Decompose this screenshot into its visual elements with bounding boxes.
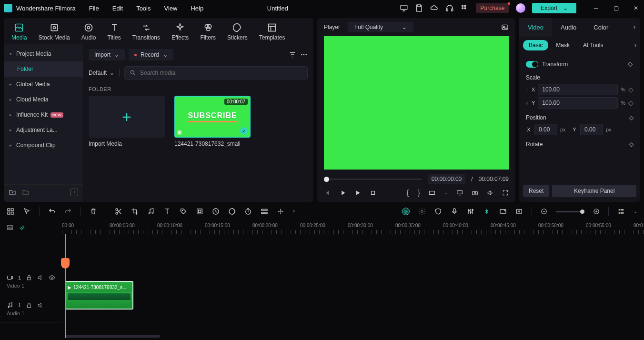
zoom-in-icon[interactable] [593, 208, 600, 215]
pos-y-input[interactable] [580, 124, 603, 135]
text-icon[interactable] [163, 208, 171, 215]
ai-face-icon[interactable] [402, 208, 410, 215]
nav-adjustment-layer[interactable]: ▸Adjustment La... [4, 122, 83, 138]
tab-filters[interactable]: Filters [194, 20, 221, 44]
record-dropdown[interactable]: Record⌄ [129, 49, 173, 60]
minimize-icon[interactable]: ─ [592, 4, 600, 12]
menu-edit[interactable]: Edit [112, 5, 123, 12]
tab-effects[interactable]: Effects [166, 20, 194, 44]
gear-icon[interactable] [418, 208, 426, 215]
camera-icon[interactable] [472, 190, 478, 196]
pointer-icon[interactable] [23, 208, 30, 215]
undo-icon[interactable] [48, 208, 56, 215]
media-clip-thumbnail[interactable]: SUBSCRIBE 00:00:07 ▦ ✓ [174, 96, 251, 138]
tag-icon[interactable] [180, 208, 187, 215]
monitor-icon[interactable] [400, 4, 408, 12]
play-forward-icon[interactable] [339, 190, 346, 196]
reset-button[interactable]: Reset [523, 185, 549, 197]
more-icon[interactable] [300, 51, 308, 59]
prop-tab-color[interactable]: Color [585, 18, 617, 37]
display-icon[interactable] [456, 190, 463, 196]
subtab-aitools[interactable]: AI Tools [577, 40, 609, 50]
tab-templates[interactable]: Templates [253, 20, 291, 44]
keyframe-diamond-icon[interactable]: ◇ [629, 114, 634, 121]
headphones-icon[interactable] [445, 4, 454, 12]
more-tools-icon[interactable]: › [293, 208, 301, 215]
lock-icon[interactable] [526, 100, 529, 106]
frame-icon[interactable] [196, 208, 203, 215]
mic-icon[interactable] [451, 208, 458, 215]
timeline-scrollbar[interactable] [62, 334, 638, 338]
tab-audio[interactable]: Audio [76, 20, 102, 44]
prev-frame-icon[interactable] [324, 190, 331, 196]
save-icon[interactable] [415, 4, 423, 12]
scrollbar-thumb[interactable] [65, 335, 160, 338]
razor-icon[interactable] [483, 208, 491, 215]
video-preview[interactable] [324, 36, 509, 170]
search-media[interactable] [124, 66, 308, 80]
purchase-button[interactable]: Purchase [476, 3, 510, 13]
timeline-clip[interactable]: ▶124421-7308176832_s... [65, 281, 133, 310]
eye-icon[interactable] [49, 274, 55, 281]
redo-icon[interactable] [64, 208, 72, 215]
split-icon[interactable] [115, 208, 122, 215]
snapshot-icon[interactable] [501, 23, 509, 31]
play-icon[interactable] [354, 190, 361, 196]
video-track-header[interactable]: 1 Video 1 [0, 268, 62, 295]
tab-transitions[interactable]: Transitions [127, 20, 166, 44]
speed-icon[interactable] [212, 208, 220, 215]
music-icon[interactable] [147, 208, 155, 215]
menu-tools[interactable]: Tools [136, 5, 151, 12]
timeline-tracks[interactable]: ▶124421-7308176832_s... [62, 234, 644, 338]
view-list-icon[interactable] [617, 208, 625, 215]
tab-stock-media[interactable]: Stock Media [33, 20, 76, 44]
apps-icon[interactable] [461, 4, 469, 12]
new-bin-icon[interactable] [22, 189, 30, 196]
timeline-ruler[interactable]: 00:00 00:00:05:00 00:00:10:00 00:00:15:0… [62, 221, 644, 234]
scrub-slider[interactable] [324, 179, 422, 180]
nav-folder[interactable]: Folder [4, 61, 83, 77]
nav-cloud-media[interactable]: ▸Cloud Media [4, 92, 83, 107]
maximize-icon[interactable]: ▢ [612, 4, 620, 12]
keyframe-diamond-icon[interactable]: ◇ [629, 141, 634, 148]
nav-compound-clip[interactable]: ▸Compound Clip [4, 138, 83, 153]
lock-icon[interactable] [26, 274, 32, 281]
scale-x-input[interactable] [538, 84, 618, 95]
mark-in-icon[interactable]: { [406, 189, 409, 197]
mute-icon[interactable] [37, 274, 44, 281]
add-folder-icon[interactable] [9, 189, 16, 196]
prop-tab-more-icon[interactable]: › [629, 18, 640, 37]
shield-icon[interactable] [434, 208, 442, 215]
export-button[interactable]: Export⌄ [532, 3, 576, 13]
transform-toggle[interactable] [526, 61, 538, 68]
color-icon[interactable] [228, 208, 236, 215]
ratio-icon[interactable] [429, 190, 435, 196]
menu-help[interactable]: Help [191, 5, 203, 12]
prop-tab-audio[interactable]: Audio [552, 18, 585, 37]
mute-icon[interactable] [37, 302, 44, 309]
pos-x-input[interactable] [534, 124, 557, 135]
marker-icon[interactable] [515, 208, 523, 215]
crop-icon[interactable] [131, 208, 139, 215]
delete-icon[interactable] [90, 208, 97, 215]
track-icon[interactable] [261, 208, 268, 215]
lock-icon[interactable] [26, 302, 32, 309]
mixer-icon[interactable] [467, 208, 474, 215]
keyframe-diamond-icon[interactable]: ◇ [628, 99, 634, 107]
playhead[interactable] [65, 234, 66, 338]
nav-global-media[interactable]: ▸Global Media [4, 77, 83, 92]
zoom-slider[interactable] [556, 211, 584, 212]
collapse-sidebar-icon[interactable]: ‹ [70, 189, 78, 196]
grid-icon[interactable] [7, 208, 14, 215]
filter-icon[interactable] [289, 51, 296, 59]
tab-stickers[interactable]: Stickers [221, 20, 253, 44]
search-input[interactable] [140, 70, 302, 76]
zoom-out-icon[interactable] [541, 208, 547, 215]
keyframe-icon[interactable] [627, 61, 634, 68]
mark-out-icon[interactable]: } [418, 189, 420, 197]
quality-dropdown[interactable]: Full Quality⌄ [348, 22, 413, 32]
keyframe-panel-button[interactable]: Keyframe Panel [552, 185, 636, 197]
chevron-down-icon[interactable]: ⌄ [444, 190, 448, 195]
user-avatar[interactable] [516, 3, 525, 13]
close-icon[interactable]: ✕ [632, 4, 640, 12]
